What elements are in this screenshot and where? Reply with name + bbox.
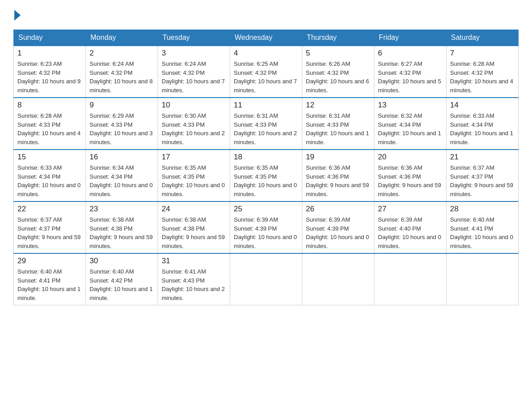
daylight-text: Daylight: 10 hours and 7 minutes. <box>234 78 297 94</box>
header-tuesday: Tuesday <box>158 30 230 46</box>
day-info: Sunrise: 6:36 AM Sunset: 4:36 PM Dayligh… <box>378 163 442 198</box>
table-row: 9 Sunrise: 6:29 AM Sunset: 4:33 PM Dayli… <box>86 98 158 150</box>
day-number: 19 <box>306 153 370 162</box>
sunset-text: Sunset: 4:39 PM <box>234 225 277 232</box>
day-number: 24 <box>162 205 226 214</box>
day-info: Sunrise: 6:37 AM Sunset: 4:37 PM Dayligh… <box>17 215 82 250</box>
sunset-text: Sunset: 4:32 PM <box>234 69 277 76</box>
daylight-text: Daylight: 10 hours and 1 minute. <box>378 130 441 146</box>
sunrise-text: Sunrise: 6:29 AM <box>90 112 134 119</box>
day-info: Sunrise: 6:41 AM Sunset: 4:43 PM Dayligh… <box>162 267 226 302</box>
day-number: 2 <box>90 49 154 58</box>
sunset-text: Sunset: 4:32 PM <box>450 69 493 76</box>
table-row: 18 Sunrise: 6:35 AM Sunset: 4:35 PM Dayl… <box>230 150 302 201</box>
logo <box>13 9 21 21</box>
sunrise-text: Sunrise: 6:39 AM <box>378 216 422 223</box>
table-row: 29 Sunrise: 6:40 AM Sunset: 4:41 PM Dayl… <box>14 253 86 305</box>
sunset-text: Sunset: 4:32 PM <box>162 69 205 76</box>
calendar-table: Sunday Monday Tuesday Wednesday Thursday… <box>13 30 519 305</box>
day-number: 28 <box>450 205 515 214</box>
day-info: Sunrise: 6:31 AM Sunset: 4:33 PM Dayligh… <box>306 111 370 146</box>
daylight-text: Daylight: 10 hours and 4 minutes. <box>17 130 81 146</box>
daylight-text: Daylight: 10 hours and 4 minutes. <box>450 78 513 94</box>
sunrise-text: Sunrise: 6:23 AM <box>17 60 62 67</box>
sunrise-text: Sunrise: 6:37 AM <box>450 164 494 171</box>
sunrise-text: Sunrise: 6:30 AM <box>162 112 206 119</box>
day-info: Sunrise: 6:36 AM Sunset: 4:36 PM Dayligh… <box>306 163 370 198</box>
sunset-text: Sunset: 4:33 PM <box>17 121 60 128</box>
sunset-text: Sunset: 4:32 PM <box>306 69 349 76</box>
daylight-text: Daylight: 9 hours and 59 minutes. <box>378 182 441 197</box>
table-row: 13 Sunrise: 6:32 AM Sunset: 4:34 PM Dayl… <box>374 98 446 150</box>
day-number: 26 <box>306 205 370 214</box>
sunset-text: Sunset: 4:36 PM <box>378 173 421 180</box>
sunrise-text: Sunrise: 6:35 AM <box>162 164 206 171</box>
table-row: 24 Sunrise: 6:38 AM Sunset: 4:38 PM Dayl… <box>158 201 230 253</box>
sunrise-text: Sunrise: 6:36 AM <box>306 164 350 171</box>
daylight-text: Daylight: 10 hours and 1 minute. <box>17 286 81 301</box>
table-row: 10 Sunrise: 6:30 AM Sunset: 4:33 PM Dayl… <box>158 98 230 150</box>
day-number: 13 <box>378 101 442 110</box>
day-number: 10 <box>162 101 226 110</box>
sunset-text: Sunset: 4:38 PM <box>90 225 133 232</box>
day-info: Sunrise: 6:28 AM Sunset: 4:32 PM Dayligh… <box>450 60 515 94</box>
sunset-text: Sunset: 4:35 PM <box>162 173 205 180</box>
sunrise-text: Sunrise: 6:37 AM <box>17 216 62 223</box>
day-number: 4 <box>234 49 298 58</box>
table-row: 31 Sunrise: 6:41 AM Sunset: 4:43 PM Dayl… <box>158 253 230 305</box>
daylight-text: Daylight: 10 hours and 2 minutes. <box>234 130 297 146</box>
day-info: Sunrise: 6:23 AM Sunset: 4:32 PM Dayligh… <box>17 60 82 94</box>
sunrise-text: Sunrise: 6:26 AM <box>306 60 350 67</box>
daylight-text: Daylight: 10 hours and 0 minutes. <box>162 182 225 197</box>
sunset-text: Sunset: 4:32 PM <box>17 69 60 76</box>
table-row: 5 Sunrise: 6:26 AM Sunset: 4:32 PM Dayli… <box>302 46 374 98</box>
daylight-text: Daylight: 10 hours and 3 minutes. <box>90 130 153 146</box>
table-row: 28 Sunrise: 6:40 AM Sunset: 4:41 PM Dayl… <box>446 201 519 253</box>
day-number: 16 <box>90 153 154 162</box>
table-row <box>302 253 374 305</box>
daylight-text: Daylight: 10 hours and 7 minutes. <box>162 78 225 94</box>
day-info: Sunrise: 6:35 AM Sunset: 4:35 PM Dayligh… <box>234 163 298 198</box>
sunrise-text: Sunrise: 6:40 AM <box>450 216 494 223</box>
table-row: 26 Sunrise: 6:39 AM Sunset: 4:39 PM Dayl… <box>302 201 374 253</box>
daylight-text: Daylight: 10 hours and 0 minutes. <box>378 234 441 249</box>
day-info: Sunrise: 6:40 AM Sunset: 4:42 PM Dayligh… <box>90 267 154 302</box>
day-info: Sunrise: 6:33 AM Sunset: 4:34 PM Dayligh… <box>450 111 515 146</box>
day-info: Sunrise: 6:40 AM Sunset: 4:41 PM Dayligh… <box>450 215 515 250</box>
day-info: Sunrise: 6:33 AM Sunset: 4:34 PM Dayligh… <box>17 163 82 198</box>
daylight-text: Daylight: 10 hours and 0 minutes. <box>450 234 513 249</box>
day-number: 15 <box>17 153 82 162</box>
daylight-text: Daylight: 10 hours and 1 minute. <box>450 130 513 146</box>
day-info: Sunrise: 6:35 AM Sunset: 4:35 PM Dayligh… <box>162 163 226 198</box>
daylight-text: Daylight: 10 hours and 0 minutes. <box>234 182 297 197</box>
day-number: 17 <box>162 153 226 162</box>
sunrise-text: Sunrise: 6:32 AM <box>378 112 422 119</box>
sunrise-text: Sunrise: 6:28 AM <box>450 60 494 67</box>
sunrise-text: Sunrise: 6:24 AM <box>162 60 206 67</box>
sunrise-text: Sunrise: 6:35 AM <box>234 164 278 171</box>
day-info: Sunrise: 6:37 AM Sunset: 4:37 PM Dayligh… <box>450 163 515 198</box>
daylight-text: Daylight: 10 hours and 1 minute. <box>90 286 153 301</box>
table-row <box>374 253 446 305</box>
day-number: 8 <box>17 101 82 110</box>
daylight-text: Daylight: 10 hours and 8 minutes. <box>90 78 153 94</box>
day-number: 5 <box>306 49 370 58</box>
day-number: 9 <box>90 101 154 110</box>
daylight-text: Daylight: 10 hours and 9 minutes. <box>17 78 81 94</box>
sunset-text: Sunset: 4:36 PM <box>306 173 349 180</box>
table-row: 7 Sunrise: 6:28 AM Sunset: 4:32 PM Dayli… <box>446 46 519 98</box>
calendar-header-row: Sunday Monday Tuesday Wednesday Thursday… <box>14 30 519 46</box>
day-info: Sunrise: 6:25 AM Sunset: 4:32 PM Dayligh… <box>234 60 298 94</box>
sunrise-text: Sunrise: 6:24 AM <box>90 60 134 67</box>
table-row: 3 Sunrise: 6:24 AM Sunset: 4:32 PM Dayli… <box>158 46 230 98</box>
day-number: 11 <box>234 101 298 110</box>
day-info: Sunrise: 6:38 AM Sunset: 4:38 PM Dayligh… <box>90 215 154 250</box>
sunrise-text: Sunrise: 6:31 AM <box>234 112 278 119</box>
day-info: Sunrise: 6:26 AM Sunset: 4:32 PM Dayligh… <box>306 60 370 94</box>
header-wednesday: Wednesday <box>230 30 302 46</box>
day-info: Sunrise: 6:24 AM Sunset: 4:32 PM Dayligh… <box>162 60 226 94</box>
day-info: Sunrise: 6:34 AM Sunset: 4:34 PM Dayligh… <box>90 163 154 198</box>
sunrise-text: Sunrise: 6:25 AM <box>234 60 278 67</box>
day-info: Sunrise: 6:39 AM Sunset: 4:40 PM Dayligh… <box>378 215 442 250</box>
sunset-text: Sunset: 4:42 PM <box>90 277 133 284</box>
